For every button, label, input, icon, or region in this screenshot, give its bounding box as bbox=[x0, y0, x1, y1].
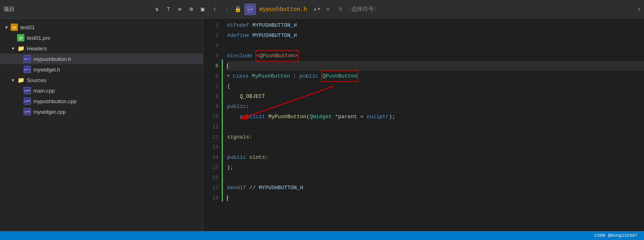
code-content[interactable]: #ifndef MYPUSHBUTTON_H #define MYPUSHBUT… bbox=[224, 19, 644, 231]
green-indicator bbox=[222, 59, 223, 201]
credit-text: CSDN @dong132697 bbox=[594, 233, 637, 238]
ln-5: 5 bbox=[203, 61, 218, 71]
l17-endif: #endif bbox=[227, 183, 246, 193]
l10-indent bbox=[227, 112, 240, 122]
l1-directive: #ifndef bbox=[227, 20, 252, 30]
l8-qobject: Q_OBJECT bbox=[240, 91, 265, 102]
l4-header: <QPushButton> bbox=[255, 50, 298, 62]
mypushbutton-cpp-icon: CPP bbox=[24, 97, 31, 105]
root-folder-icon: Qt bbox=[11, 24, 18, 31]
main-cpp-item[interactable]: CPP main.cpp bbox=[0, 85, 203, 96]
close-file-button[interactable]: ✕ bbox=[323, 4, 332, 14]
ln-18: 18 bbox=[203, 193, 218, 203]
headers-folder-item[interactable]: 📁 Headers bbox=[0, 43, 203, 54]
line-numbers: 1 2 3 4 5 6 7 8 9 10 11 12 13 14 15 16 1… bbox=[203, 19, 222, 231]
l14-slots: slots: bbox=[249, 152, 269, 162]
svg-text:h++: h++ bbox=[248, 8, 253, 11]
code-line-12: signals: bbox=[227, 132, 644, 142]
ln-13: 13 bbox=[203, 142, 218, 152]
l10-paren: ( bbox=[306, 112, 310, 122]
mypushbutton-cpp-label: mypushbutton.cpp bbox=[33, 98, 76, 104]
headers-folder-icon: 📁 bbox=[17, 45, 24, 52]
fold-arrow-6[interactable]: ▼ bbox=[227, 71, 232, 81]
main-cpp-icon: CPP bbox=[24, 87, 31, 94]
mywidget-cpp-icon: CPP bbox=[24, 108, 31, 115]
l10-explicit: explicit bbox=[240, 112, 268, 122]
pro-file-item[interactable]: Qt test01.pro bbox=[0, 32, 203, 43]
code-line-18 bbox=[227, 193, 644, 203]
project-root[interactable]: Qt test01 bbox=[0, 22, 203, 32]
mypushbutton-cpp-item[interactable]: CPP mypushbutton.cpp bbox=[0, 96, 203, 106]
ln-17: 17 bbox=[203, 183, 218, 193]
sort-icon[interactable]: ⇅ bbox=[153, 5, 161, 13]
hash-symbol: # bbox=[339, 6, 342, 13]
l17-macro: MYPUSHBUTTON_H bbox=[259, 183, 303, 193]
l6-classname: MyPushButton bbox=[252, 71, 290, 81]
code-line-14: public slots: bbox=[227, 152, 644, 162]
pro-icon: Qt bbox=[17, 34, 24, 41]
code-line-2: #define MYPUSHBUTTON_H bbox=[227, 30, 644, 41]
l1-macro: MYPUSHBUTTON_H bbox=[252, 20, 297, 30]
ln-4: 4 bbox=[203, 51, 218, 61]
file-toolbar-icon: h++ bbox=[245, 4, 256, 15]
code-line-4: #include <QPushButton> bbox=[227, 51, 644, 61]
mypushbutton-h-label: mypushbutton.h bbox=[33, 56, 71, 62]
sidebar: Qt test01 Qt test01.pro 📁 Headers h++ my… bbox=[0, 19, 203, 231]
l8-indent bbox=[227, 91, 240, 102]
l6-class-kw: class bbox=[233, 71, 252, 81]
code-line-13 bbox=[227, 142, 644, 152]
code-line-16 bbox=[227, 173, 644, 183]
expand-button[interactable]: ⇕ bbox=[637, 6, 641, 13]
main-cpp-label: main.cpp bbox=[33, 88, 55, 94]
toolbar-nav: ▲ ▼ bbox=[314, 6, 320, 12]
symbol-selector[interactable]: 〈选择符号〉 bbox=[345, 6, 380, 13]
ln-8: 8 bbox=[203, 91, 218, 102]
l10-qwidget: QWidget bbox=[310, 112, 332, 122]
l17-comment: // bbox=[246, 183, 259, 193]
link-icon[interactable]: ⇄ bbox=[176, 5, 184, 13]
up-arrow[interactable]: ▲ bbox=[314, 6, 317, 12]
sources-folder-item[interactable]: 📁 Sources bbox=[0, 75, 203, 85]
mypushbutton-h-item[interactable]: h++ mypushbutton.h bbox=[0, 54, 203, 64]
l10-nullptr: nullptr bbox=[367, 112, 389, 122]
add-icon[interactable]: ⊞ bbox=[187, 5, 195, 13]
l7-brace: { bbox=[227, 81, 230, 91]
l10-ptr: *parent = bbox=[332, 112, 367, 122]
settings-icon[interactable]: ▣ bbox=[199, 5, 207, 13]
code-area: 1 2 3 4 5 6 7 8 9 10 11 12 13 14 15 16 1… bbox=[203, 19, 644, 231]
l6-public: public bbox=[299, 71, 322, 81]
mypushbutton-h-icon: h++ bbox=[24, 55, 31, 63]
code-editor[interactable]: 1 2 3 4 5 6 7 8 9 10 11 12 13 14 15 16 1… bbox=[203, 19, 644, 231]
down-arrow[interactable]: ▼ bbox=[317, 6, 320, 12]
ln-6: 6 bbox=[203, 71, 218, 81]
l6-parent: QPushButton bbox=[321, 70, 358, 82]
code-line-17: #endif // MYPUSHBUTTON_H bbox=[227, 183, 644, 193]
mywidget-h-label: mywidget.h bbox=[33, 67, 60, 73]
ln-14: 14 bbox=[203, 152, 218, 162]
sources-folder-icon: 📁 bbox=[17, 76, 24, 84]
l9-public: public bbox=[227, 102, 246, 112]
mywidget-h-item[interactable]: h++ mywidget.h bbox=[0, 64, 203, 75]
l9-colon: : bbox=[246, 102, 249, 112]
code-line-9: public: bbox=[227, 102, 644, 112]
mywidget-cpp-item[interactable]: CPP mywidget.cpp bbox=[0, 106, 203, 117]
l4-include: #include bbox=[227, 51, 255, 61]
toolbar-divider bbox=[208, 3, 209, 15]
statusbar: CSDN @dong132697 bbox=[0, 231, 644, 240]
l10-semi: ); bbox=[389, 112, 395, 122]
filter-icon[interactable]: ⊤ bbox=[164, 5, 172, 13]
back-button[interactable]: ‹ bbox=[210, 5, 219, 14]
l10-funcname: MyPushButton bbox=[268, 112, 306, 122]
green-line5 bbox=[222, 59, 223, 69]
sources-label: Sources bbox=[27, 77, 46, 83]
ln-1: 1 bbox=[203, 20, 218, 30]
root-label: test01 bbox=[20, 24, 35, 30]
toolbar-left: 项目 ⇅ ⊤ ⇄ ⊞ ▣ bbox=[3, 5, 207, 13]
project-title: 项目 bbox=[3, 6, 150, 13]
code-line-8: Q_OBJECT bbox=[227, 91, 644, 102]
headers-label: Headers bbox=[27, 45, 47, 52]
ln-9: 9 bbox=[203, 102, 218, 112]
ln-12: 12 bbox=[203, 132, 218, 142]
l14-public: public bbox=[227, 152, 249, 162]
forward-button[interactable]: › bbox=[223, 5, 231, 14]
